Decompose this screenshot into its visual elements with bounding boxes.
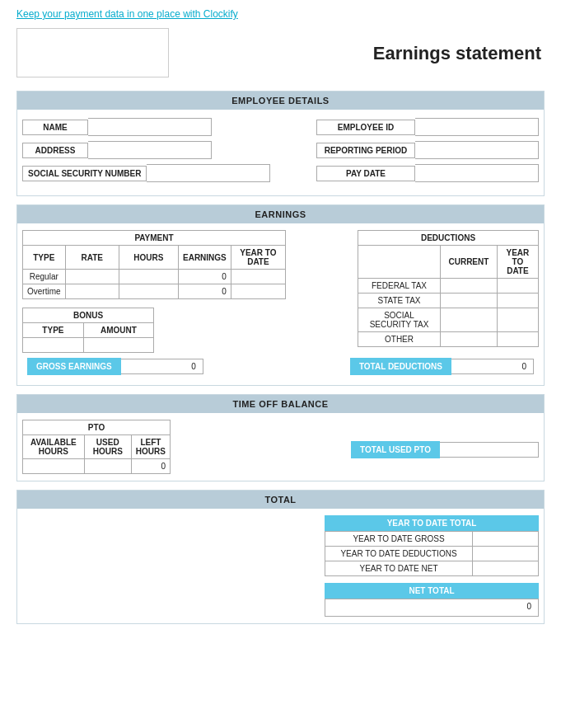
deduction-ytd-col: YEAR TO DATE [497, 246, 538, 279]
total-deductions-value: 0 [451, 359, 534, 374]
employee-id-input[interactable] [415, 118, 539, 136]
name-label: NAME [22, 120, 88, 135]
page-title: Earnings statement [373, 28, 545, 64]
ss-tax-ytd[interactable] [497, 308, 538, 332]
overtime-ytd[interactable] [231, 284, 285, 299]
overtime-hours[interactable] [119, 284, 178, 299]
overtime-earnings: 0 [179, 284, 231, 299]
employee-left-fields: NAME ADDRESS SOCIAL SECURITY NUMBER [22, 118, 270, 187]
ss-tax-label: SOCIAL SECURITY TAX [358, 308, 441, 332]
pay-date-input[interactable] [415, 164, 539, 182]
pto-table-wrap: PTO AVAILABLEHOURS USEDHOURS LEFTHOURS [22, 420, 171, 474]
earnings-header: EARNINGS [17, 205, 544, 223]
total-used-pto-label: TOTAL USED PTO [351, 441, 440, 458]
employee-details-section: EMPLOYEE DETAILS NAME ADDRESS SOCIAL SEC… [16, 91, 545, 196]
other-ytd[interactable] [497, 332, 538, 347]
pto-available-col: AVAILABLEHOURS [23, 435, 85, 459]
payment-table-wrap: PAYMENT TYPE RATE HOURS EARNINGS YEAR TO… [22, 230, 286, 353]
federal-tax-ytd[interactable] [497, 279, 538, 294]
table-row: OTHER [358, 332, 539, 347]
col-hours: HOURS [119, 246, 178, 270]
ytd-deductions-label: YEAR TO DATE DEDUCTIONS [325, 547, 473, 561]
net-total-label: NET TOTAL [325, 583, 539, 599]
bonus-table: BONUS TYPE AMOUNT [22, 308, 154, 353]
pto-available[interactable] [23, 459, 85, 474]
regular-rate[interactable] [65, 270, 119, 284]
employee-id-label: EMPLOYEE ID [316, 120, 415, 135]
overtime-rate[interactable] [65, 284, 119, 299]
ytd-gross-value[interactable] [473, 532, 539, 547]
time-off-header: TIME OFF BALANCE [17, 395, 544, 413]
ssn-input[interactable] [147, 164, 270, 182]
table-row: YEAR TO DATE GROSS [325, 532, 539, 547]
gross-earnings-label: GROSS EARNINGS [27, 358, 121, 375]
employee-details-header: EMPLOYEE DETAILS [17, 92, 544, 110]
table-row: YEAR TO DATE NET [325, 561, 539, 576]
reporting-period-input[interactable] [415, 141, 539, 159]
earnings-section: EARNINGS PAYMENT TYPE RATE HOURS [16, 204, 545, 386]
bonus-header: BONUS [23, 308, 154, 323]
total-used-pto-value[interactable] [440, 442, 539, 458]
pto-header: PTO [23, 420, 171, 435]
ytd-table-wrap: YEAR TO DATE TOTAL YEAR TO DATE GROSS YE… [325, 515, 539, 617]
address-input[interactable] [88, 141, 212, 159]
pto-left: 0 [131, 459, 170, 474]
table-row: SOCIAL SECURITY TAX [358, 308, 539, 332]
gross-earnings-summary: GROSS EARNINGS 0 [27, 358, 203, 375]
address-label: ADDRESS [22, 143, 88, 158]
regular-hours[interactable] [119, 270, 178, 284]
col-ytd: YEAR TO DATE [231, 246, 285, 270]
time-off-section: TIME OFF BALANCE PTO AVAILABLEHOURS USED… [16, 394, 545, 481]
ytd-gross-label: YEAR TO DATE GROSS [325, 532, 473, 547]
table-row: YEAR TO DATE DEDUCTIONS [325, 547, 539, 561]
other-label: OTHER [358, 332, 441, 347]
col-type: TYPE [23, 246, 66, 270]
payment-table: PAYMENT TYPE RATE HOURS EARNINGS YEAR TO… [22, 230, 286, 299]
total-section: TOTAL YEAR TO DATE TOTAL YEAR TO DATE GR… [16, 490, 545, 624]
pto-table: PTO AVAILABLEHOURS USEDHOURS LEFTHOURS [22, 420, 171, 474]
deduction-name-col [358, 246, 441, 279]
regular-earnings: 0 [179, 270, 231, 284]
total-header: TOTAL [17, 491, 544, 509]
ytd-total-header: YEAR TO DATE TOTAL [325, 515, 539, 531]
ssn-label: SOCIAL SECURITY NUMBER [22, 166, 147, 181]
ss-tax-current[interactable] [441, 308, 498, 332]
pto-used-col: USEDHOURS [84, 435, 131, 459]
deductions-table: DEDUCTIONS CURRENT YEAR TO DATE FEDERAL … [358, 230, 539, 347]
table-row: Overtime 0 [23, 284, 286, 299]
table-row: Regular 0 [23, 270, 286, 284]
state-tax-ytd[interactable] [497, 294, 538, 308]
deductions-table-wrap: DEDUCTIONS CURRENT YEAR TO DATE FEDERAL … [358, 230, 539, 347]
company-details-box [16, 28, 169, 77]
bonus-amount[interactable] [83, 338, 153, 353]
bonus-type[interactable] [23, 338, 84, 353]
deductions-header: DEDUCTIONS [358, 231, 539, 246]
regular-ytd[interactable] [231, 270, 285, 284]
name-input[interactable] [88, 118, 212, 136]
other-current[interactable] [441, 332, 498, 347]
net-total-value: 0 [325, 599, 539, 617]
ytd-deductions-value[interactable] [473, 547, 539, 561]
table-row: 0 [23, 459, 171, 474]
table-row [23, 338, 154, 353]
table-row: FEDERAL TAX [358, 279, 539, 294]
clockify-link[interactable]: Keep your payment data in one place with… [0, 0, 561, 28]
state-tax-current[interactable] [441, 294, 498, 308]
employee-right-fields: EMPLOYEE ID REPORTING PERIOD PAY DATE [316, 118, 539, 187]
ytd-net-value[interactable] [473, 561, 539, 576]
federal-tax-label: FEDERAL TAX [358, 279, 441, 294]
earnings-summary-row: GROSS EARNINGS 0 TOTAL DEDUCTIONS 0 [22, 353, 539, 378]
total-deductions-summary: TOTAL DEDUCTIONS 0 [350, 358, 534, 375]
pto-used[interactable] [84, 459, 131, 474]
payment-header: PAYMENT [23, 231, 286, 246]
overtime-type: Overtime [23, 284, 66, 299]
gross-earnings-value: 0 [121, 359, 203, 374]
regular-type: Regular [23, 270, 66, 284]
table-row: STATE TAX [358, 294, 539, 308]
federal-tax-current[interactable] [441, 279, 498, 294]
bonus-amount-col: AMOUNT [83, 323, 153, 338]
total-used-pto-summary: TOTAL USED PTO [351, 441, 539, 458]
pay-date-label: PAY DATE [316, 166, 415, 181]
bonus-type-col: TYPE [23, 323, 84, 338]
ytd-net-label: YEAR TO DATE NET [325, 561, 473, 576]
